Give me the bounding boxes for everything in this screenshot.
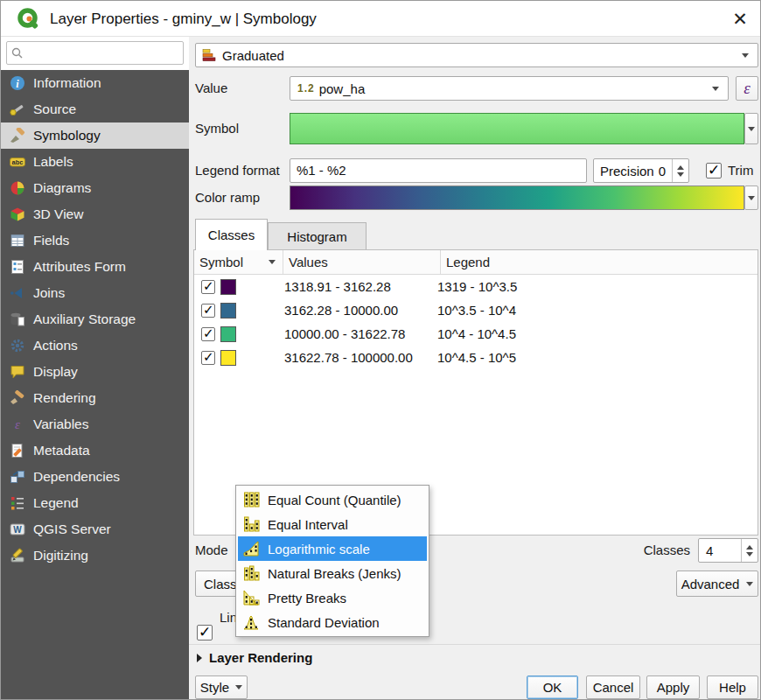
graduated-icon [202,48,216,62]
sidebar-item-label: Display [33,364,78,380]
chevron-down-icon [748,196,755,200]
sidebar-item-qgis-server[interactable]: W QGIS Server [1,516,189,542]
sidebar-item-label: Information [33,75,101,91]
class-visibility-checkbox[interactable] [201,304,215,318]
apply-button[interactable]: Apply [646,676,700,699]
help-button[interactable]: Help [707,676,758,699]
sidebar-item-label: Joins [33,285,65,301]
mode-label: Mode [195,538,228,563]
sidebar-item-legend[interactable]: Legend [1,490,189,516]
legend-format-input[interactable]: %1 - %2 [290,158,587,183]
table-row[interactable]: 31622.78 - 100000.00 10^4.5 - 10^5 [194,346,758,369]
pencil-icon [10,548,25,564]
sidebar-item-auxiliary-storage[interactable]: Auxiliary Storage [1,306,189,332]
sidebar-search-input[interactable] [6,41,184,65]
column-header-values[interactable]: Values [283,250,441,274]
server-icon: W [10,522,25,537]
expression-builder-button[interactable]: ε [736,76,758,101]
sidebar-item-dependencies[interactable]: Dependencies [1,464,189,490]
column-header-symbol[interactable]: Symbol [194,250,283,274]
sidebar-item-symbology[interactable]: Symbology [1,122,189,149]
precision-spinbox[interactable]: Precision 0 [593,158,689,183]
close-icon[interactable]: ✕ [727,6,753,32]
sidebar-item-diagrams[interactable]: Diagrams [1,175,189,201]
class-color-swatch[interactable] [220,279,236,295]
menu-item-standard-deviation[interactable]: Standard Deviation [238,610,427,634]
qgis-logo-icon [17,7,40,31]
class-visibility-checkbox[interactable] [201,280,215,294]
spinner-arrows[interactable] [741,539,758,562]
column-header-legend[interactable]: Legend [441,250,758,274]
sidebar-item-labels[interactable]: abc Labels [1,149,189,175]
table-row[interactable]: 3162.28 - 10000.00 10^3.5 - 10^4 [194,298,758,322]
sidebar-item-fields[interactable]: Fields [1,228,189,254]
sidebar-item-source[interactable]: Source [1,96,189,122]
svg-text:abc: abc [12,158,24,166]
symbol-dropdown-button[interactable] [744,113,758,144]
menu-item-logarithmic-scale[interactable]: Logarithmic scale [238,536,427,561]
class-legend: 10^4.5 - 10^5 [437,350,516,365]
window-title: Layer Properties - gminy_w | Symbology [50,1,317,37]
sidebar-item-label: Symbology [33,128,101,144]
advanced-button[interactable]: Advanced [676,570,758,597]
class-color-swatch[interactable] [220,350,236,366]
sidebar-item-metadata[interactable]: Metadata [1,438,189,464]
spin-up-icon[interactable] [677,165,684,170]
ok-button[interactable]: OK [527,676,578,699]
layer-rendering-section-header[interactable]: Layer Rendering [197,650,312,665]
table-row[interactable]: 1318.91 - 3162.28 1319 - 10^3.5 [194,275,758,298]
sidebar-item-label: Auxiliary Storage [33,312,136,327]
form-icon [10,259,25,275]
sidebar-item-actions[interactable]: Actions [1,332,189,359]
sidebar-item-display[interactable]: Display [1,359,189,385]
sidebar-item-joins[interactable]: Joins [1,280,189,306]
class-legend: 10^3.5 - 10^4 [437,303,516,318]
renderer-type-combobox[interactable]: Graduated [195,43,758,67]
info-icon: i [10,75,25,91]
class-visibility-checkbox[interactable] [201,351,215,365]
tab-classes[interactable]: Classes [195,219,268,250]
classes-table-header: Symbol Values Legend [194,250,758,275]
cancel-button[interactable]: Cancel [586,676,640,699]
spin-down-icon[interactable] [677,172,684,177]
classes-count-spinbox[interactable]: 4 [698,538,758,563]
color-ramp-dropdown-button[interactable] [744,186,758,210]
spinner-arrows[interactable] [672,159,688,182]
sidebar-item-variables[interactable]: ε Variables [1,411,189,438]
color-ramp-preview[interactable] [290,186,744,210]
database-icon [10,312,25,327]
precision-value: 0 [659,164,666,178]
trim-checkbox[interactable] [706,163,722,178]
spin-up-icon[interactable] [746,545,753,550]
sidebar-item-label: Labels [33,154,73,170]
divider [189,644,761,645]
titlebar: Layer Properties - gminy_w | Symbology ✕ [1,1,761,37]
menu-item-equal-count[interactable]: Equal Count (Quantile) [238,487,427,512]
class-color-swatch[interactable] [220,326,236,342]
sidebar-item-information[interactable]: i Information [1,70,189,96]
menu-item-natural-breaks[interactable]: Natural Breaks (Jenks) [238,561,427,585]
sidebar-item-attributes-form[interactable]: Attributes Form [1,254,189,280]
sidebar-item-digitizing[interactable]: Digitizing [1,542,189,569]
renderer-type-value: Graduated [222,48,284,63]
style-button[interactable]: Style [195,676,248,699]
menu-item-pretty-breaks[interactable]: Pretty Breaks [238,585,427,610]
paintbrush-icon [10,128,25,144]
class-color-swatch[interactable] [220,303,236,318]
chevron-down-icon [748,127,755,131]
chevron-down-icon [712,87,719,91]
value-field-name: pow_ha [319,81,366,96]
menu-item-equal-interval[interactable]: Equal Interval [238,512,427,536]
tab-histogram[interactable]: Histogram [268,222,367,250]
symbol-preview-swatch[interactable] [290,113,744,144]
link-class-boundaries-checkbox[interactable] [197,625,213,640]
sidebar-item-3d-view[interactable]: 3D View [1,201,189,228]
dependencies-icon [10,469,25,485]
spin-down-icon[interactable] [746,552,753,556]
table-row[interactable]: 10000.00 - 31622.78 10^4 - 10^4.5 [194,322,758,346]
class-visibility-checkbox[interactable] [201,327,215,341]
equal-count-icon [242,491,260,508]
sidebar-item-rendering[interactable]: Rendering [1,385,189,411]
class-legend: 10^4 - 10^4.5 [437,326,516,341]
value-field-combobox[interactable]: 1.2 pow_ha [290,76,729,101]
